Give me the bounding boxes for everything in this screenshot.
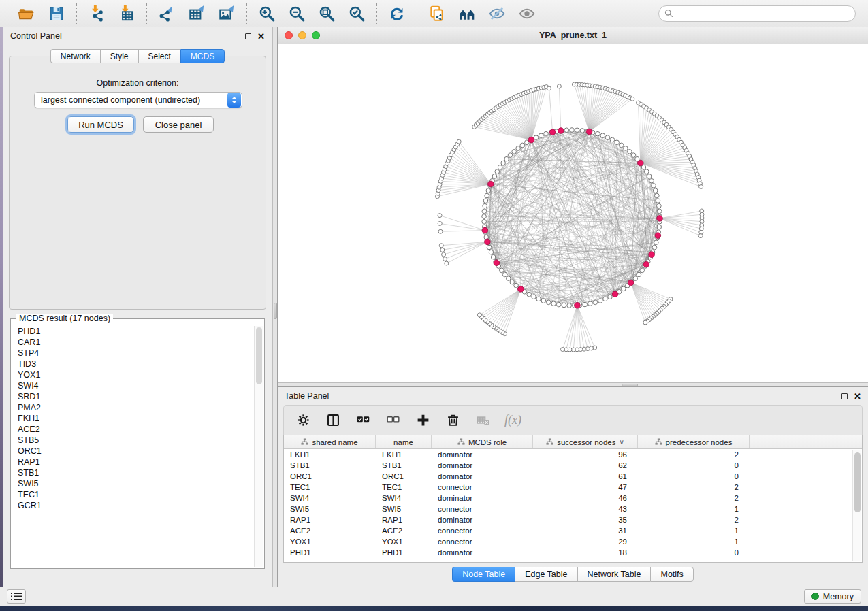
cell-predecessor-nodes: 2 bbox=[638, 516, 750, 524]
tab-network-table[interactable]: Network Table bbox=[577, 567, 651, 582]
result-node-item[interactable]: GCR1 bbox=[12, 500, 251, 511]
export-image-button[interactable] bbox=[216, 3, 237, 24]
export-network-button[interactable] bbox=[157, 3, 177, 24]
tab-motifs[interactable]: Motifs bbox=[650, 567, 693, 582]
first-neighbors-button[interactable] bbox=[457, 3, 477, 24]
table-scrollbar-thumb[interactable] bbox=[854, 452, 861, 512]
run-mcds-button[interactable]: Run MCDS bbox=[67, 116, 134, 133]
select-all-rows-button[interactable] bbox=[355, 412, 371, 429]
column-header-successor-nodes[interactable]: successor nodes∨ bbox=[533, 435, 638, 448]
result-scrollbar[interactable] bbox=[254, 326, 263, 567]
network-window-title: YPA_prune.txt_1 bbox=[278, 31, 868, 40]
export-table-button[interactable] bbox=[187, 3, 207, 24]
vertical-splitter[interactable] bbox=[272, 27, 278, 587]
clone-network-button[interactable] bbox=[427, 3, 447, 24]
result-node-item[interactable]: RAP1 bbox=[12, 457, 251, 467]
memory-button[interactable]: Memory bbox=[804, 589, 861, 604]
zoom-in-button[interactable] bbox=[257, 3, 277, 24]
result-node-item[interactable]: YOX1 bbox=[12, 369, 251, 380]
result-node-item[interactable]: TEC1 bbox=[12, 489, 251, 500]
table-header-row: shared namename MCDS role successor node… bbox=[284, 435, 862, 449]
table-row[interactable]: ACE2ACE2connector311 bbox=[284, 525, 862, 536]
sort-descending-icon: ∨ bbox=[619, 438, 624, 446]
mcds-result-list[interactable]: PHD1CAR1STP4TID3YOX1SWI4SRD1PMA2FKH1ACE2… bbox=[12, 326, 251, 567]
table-row[interactable]: SWI5SWI5connector431 bbox=[284, 503, 862, 514]
zoom-fit-button[interactable] bbox=[317, 3, 337, 24]
table-row[interactable]: TEC1TEC1connector472 bbox=[284, 482, 862, 493]
result-node-item[interactable]: FKH1 bbox=[12, 413, 251, 424]
result-node-item[interactable]: STB5 bbox=[12, 435, 251, 446]
cell-shared-name: TEC1 bbox=[284, 483, 376, 491]
float-panel-icon[interactable] bbox=[245, 33, 251, 39]
result-node-item[interactable]: PMA2 bbox=[12, 402, 251, 413]
tab-mcds[interactable]: MCDS bbox=[180, 49, 225, 63]
show-all-button[interactable] bbox=[517, 3, 537, 24]
search-input[interactable] bbox=[677, 9, 850, 18]
save-session-button[interactable] bbox=[46, 3, 67, 24]
table-row[interactable]: YOX1YOX1connector291 bbox=[284, 536, 862, 547]
cell-successor-nodes: 18 bbox=[533, 548, 638, 557]
refresh-view-button[interactable] bbox=[387, 3, 407, 24]
column-namespace-icon bbox=[457, 438, 465, 446]
result-node-item[interactable]: ACE2 bbox=[12, 424, 251, 435]
column-header-MCDS-role[interactable]: MCDS role bbox=[432, 435, 533, 448]
criterion-dropdown[interactable]: largest connected component (undirected) bbox=[34, 92, 242, 108]
table-scrollbar[interactable] bbox=[852, 450, 861, 561]
zoom-selected-button[interactable] bbox=[347, 3, 367, 24]
result-node-item[interactable]: CAR1 bbox=[12, 337, 251, 348]
table-settings-button[interactable] bbox=[295, 412, 311, 429]
result-scrollbar-thumb[interactable] bbox=[256, 327, 262, 384]
add-column-button[interactable] bbox=[415, 412, 431, 429]
export-network-icon bbox=[158, 5, 176, 22]
cell-successor-nodes: 46 bbox=[533, 494, 638, 502]
result-node-item[interactable]: PHD1 bbox=[12, 326, 251, 337]
tab-node-table[interactable]: Node Table bbox=[452, 567, 515, 582]
result-node-item[interactable]: SRD1 bbox=[12, 391, 251, 402]
result-node-item[interactable]: ORC1 bbox=[12, 446, 251, 457]
tab-select[interactable]: Select bbox=[138, 49, 180, 63]
table-row[interactable]: PHD1PHD1dominator180 bbox=[284, 547, 862, 558]
cell-name: ACE2 bbox=[376, 527, 432, 535]
table-row[interactable]: FKH1FKH1dominator962 bbox=[284, 449, 862, 460]
import-network-button[interactable] bbox=[86, 3, 107, 24]
status-menu-button[interactable] bbox=[7, 589, 26, 604]
network-graph-canvas[interactable] bbox=[278, 44, 868, 382]
deselect-all-rows-button[interactable] bbox=[385, 412, 401, 429]
search-box[interactable] bbox=[658, 5, 856, 22]
column-header-shared-name[interactable]: shared name bbox=[284, 435, 376, 448]
cell-MCDS-role: connector bbox=[432, 505, 533, 513]
delete-column-button[interactable] bbox=[445, 412, 461, 429]
open-file-button[interactable] bbox=[16, 3, 37, 24]
save-session-icon bbox=[48, 5, 65, 22]
tab-edge-table[interactable]: Edge Table bbox=[515, 567, 577, 582]
float-table-panel-icon[interactable] bbox=[841, 393, 848, 399]
column-header-name[interactable]: name bbox=[376, 435, 432, 448]
close-panel-icon[interactable]: ✕ bbox=[257, 32, 265, 41]
show-all-icon bbox=[518, 5, 536, 22]
network-window-titlebar[interactable]: YPA_prune.txt_1 bbox=[278, 27, 868, 44]
column-header-filler bbox=[750, 435, 862, 448]
tab-style[interactable]: Style bbox=[100, 49, 138, 63]
import-table-button[interactable] bbox=[116, 3, 137, 24]
close-panel-button[interactable]: Close panel bbox=[143, 116, 214, 133]
result-node-item[interactable]: SWI4 bbox=[12, 380, 251, 391]
hide-selected-button[interactable] bbox=[487, 3, 507, 24]
column-header-predecessor-nodes[interactable]: predecessor nodes bbox=[638, 435, 750, 448]
vertical-splitter-grip[interactable] bbox=[274, 303, 277, 319]
table-row[interactable]: ORC1ORC1dominator610 bbox=[284, 471, 862, 482]
close-table-panel-icon[interactable]: ✕ bbox=[854, 392, 861, 401]
tab-network[interactable]: Network bbox=[50, 49, 100, 63]
table-row[interactable]: STB1STB1dominator620 bbox=[284, 460, 862, 471]
cell-predecessor-nodes: 2 bbox=[638, 450, 750, 459]
table-row[interactable]: SWI4SWI4dominator462 bbox=[284, 493, 862, 503]
column-visibility-button[interactable] bbox=[325, 412, 341, 429]
result-node-item[interactable]: STB1 bbox=[12, 467, 251, 478]
result-node-item[interactable]: TID3 bbox=[12, 359, 251, 369]
cell-name: STB1 bbox=[376, 461, 432, 469]
table-body: FKH1FKH1dominator962STB1STB1dominator620… bbox=[284, 449, 862, 558]
zoom-out-button[interactable] bbox=[287, 3, 307, 24]
result-node-item[interactable]: STP4 bbox=[12, 348, 251, 359]
result-node-item[interactable]: SWI5 bbox=[12, 478, 251, 489]
cell-successor-nodes: 31 bbox=[533, 527, 638, 535]
table-row[interactable]: RAP1RAP1dominator352 bbox=[284, 514, 862, 525]
